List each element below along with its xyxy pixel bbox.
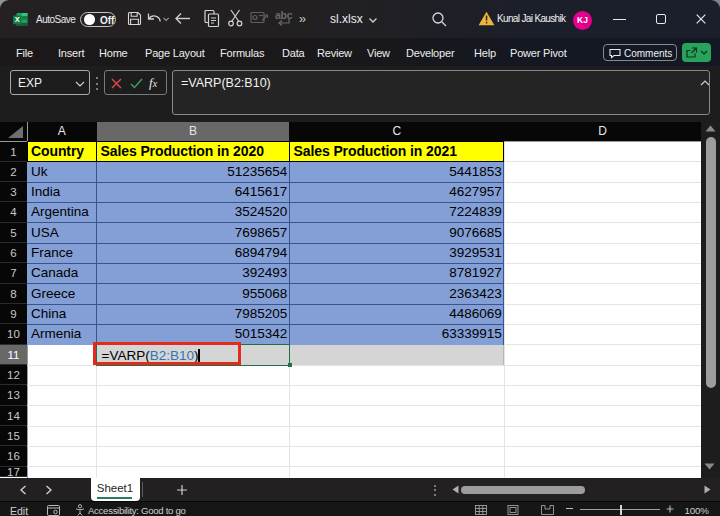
svg-text:X: X [15,15,20,24]
